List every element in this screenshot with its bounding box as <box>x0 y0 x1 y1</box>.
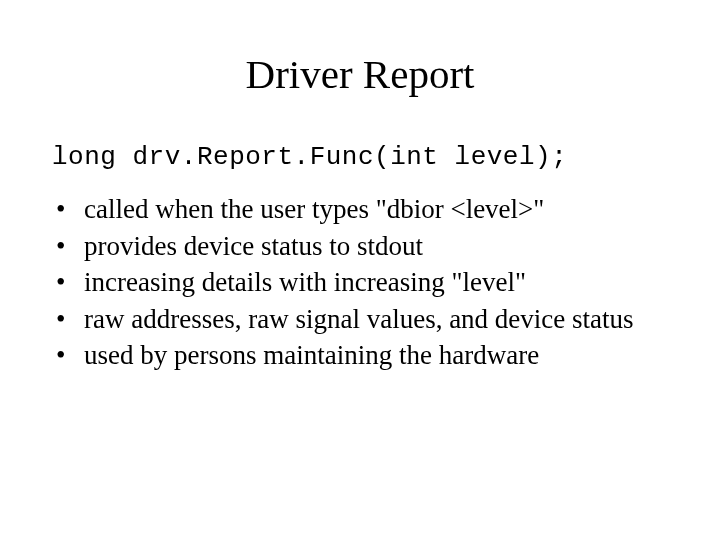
bullet-icon: • <box>52 229 84 264</box>
bullet-text: increasing details with increasing "leve… <box>84 265 670 300</box>
bullet-list: • called when the user types "dbior <lev… <box>50 192 670 373</box>
bullet-icon: • <box>52 192 84 227</box>
list-item: • used by persons maintaining the hardwa… <box>52 338 670 373</box>
bullet-text: used by persons maintaining the hardware <box>84 338 670 373</box>
bullet-icon: • <box>52 338 84 373</box>
list-item: • raw addresses, raw signal values, and … <box>52 302 670 337</box>
list-item: • increasing details with increasing "le… <box>52 265 670 300</box>
bullet-text: called when the user types "dbior <level… <box>84 192 670 227</box>
bullet-text: raw addresses, raw signal values, and de… <box>84 302 670 337</box>
bullet-icon: • <box>52 302 84 337</box>
slide-title: Driver Report <box>50 50 670 98</box>
list-item: • provides device status to stdout <box>52 229 670 264</box>
code-signature: long drv.Report.Func(int level); <box>50 142 670 172</box>
bullet-icon: • <box>52 265 84 300</box>
list-item: • called when the user types "dbior <lev… <box>52 192 670 227</box>
bullet-text: provides device status to stdout <box>84 229 670 264</box>
